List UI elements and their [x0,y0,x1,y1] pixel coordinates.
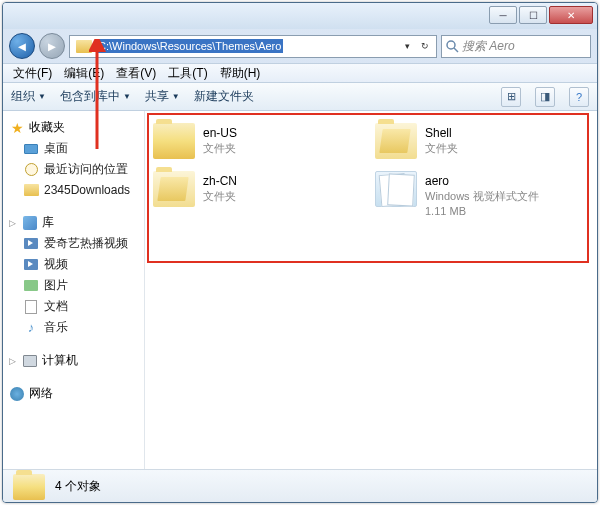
sidebar-item-music[interactable]: ♪音乐 [5,317,142,338]
folder-icon [153,123,195,159]
menu-file[interactable]: 文件(F) [9,64,56,83]
close-button[interactable]: ✕ [549,6,593,24]
folder-icon [13,474,45,500]
sidebar-item-recent[interactable]: 最近访问的位置 [5,159,142,180]
menu-edit[interactable]: 编辑(E) [60,64,108,83]
chevron-right-icon: ▷ [9,218,18,228]
computer-icon [23,355,37,367]
view-mode-button[interactable]: ⊞ [501,87,521,107]
sidebar-libraries[interactable]: ▷库 [5,212,142,233]
network-icon [10,387,24,401]
address-bar[interactable]: C:\Windows\Resources\Themes\Aero ▾ ↻ [69,35,437,58]
music-icon: ♪ [23,320,39,336]
video-icon [24,238,38,249]
sidebar-item-videos[interactable]: 视频 [5,254,142,275]
nav-bar: ◄ ► C:\Windows\Resources\Themes\Aero ▾ ↻… [3,29,597,63]
menu-help[interactable]: 帮助(H) [216,64,265,83]
body: ★收藏夹 桌面 最近访问的位置 2345Downloads ▷库 爱奇艺热播视频… [3,111,597,469]
help-button[interactable]: ? [569,87,589,107]
newfolder-button[interactable]: 新建文件夹 [194,88,254,105]
sidebar-item-desktop[interactable]: 桌面 [5,138,142,159]
sidebar-favorites[interactable]: ★收藏夹 [5,117,142,138]
library-icon [23,216,37,230]
search-icon [446,40,459,53]
star-icon: ★ [9,120,25,136]
organize-button[interactable]: 组织 ▼ [11,88,46,105]
theme-file-icon [375,171,417,207]
folder-icon [76,40,92,53]
document-icon [25,300,37,314]
sidebar-item-iqiyi[interactable]: 爱奇艺热播视频 [5,233,142,254]
refresh-button[interactable]: ↻ [416,36,434,57]
menu-bar: 文件(F) 编辑(E) 查看(V) 工具(T) 帮助(H) [3,63,597,83]
preview-pane-button[interactable]: ◨ [535,87,555,107]
chevron-right-icon: ▷ [9,356,18,366]
toolbar: 组织 ▼ 包含到库中 ▼ 共享 ▼ 新建文件夹 ⊞ ◨ ? [3,83,597,111]
folder-icon [24,184,39,196]
file-item[interactable]: zh-CN文件夹 [149,165,371,223]
navigation-pane: ★收藏夹 桌面 最近访问的位置 2345Downloads ▷库 爱奇艺热播视频… [3,111,145,469]
back-button[interactable]: ◄ [9,33,35,59]
address-text: C:\Windows\Resources\Themes\Aero [96,39,283,53]
desktop-icon [24,144,38,154]
file-item[interactable]: Shell文件夹 [371,117,593,165]
sidebar-network[interactable]: 网络 [5,383,142,404]
svg-line-1 [454,48,458,52]
menu-view[interactable]: 查看(V) [112,64,160,83]
status-text: 4 个对象 [55,478,101,495]
address-dropdown-icon[interactable]: ▾ [398,36,416,57]
search-input[interactable]: 搜索 Aero [441,35,591,58]
share-button[interactable]: 共享 ▼ [145,88,180,105]
folder-icon [153,171,195,207]
sidebar-item-pictures[interactable]: 图片 [5,275,142,296]
include-button[interactable]: 包含到库中 ▼ [60,88,131,105]
sidebar-item-documents[interactable]: 文档 [5,296,142,317]
folder-icon [375,123,417,159]
titlebar: ─ ☐ ✕ [3,3,597,29]
minimize-button[interactable]: ─ [489,6,517,24]
video-icon [24,259,38,270]
file-item[interactable]: aeroWindows 视觉样式文件1.11 MB [371,165,593,223]
clock-icon [25,163,38,176]
status-bar: 4 个对象 [3,469,597,503]
sidebar-item-downloads[interactable]: 2345Downloads [5,180,142,200]
file-item[interactable]: en-US文件夹 [149,117,371,165]
menu-tools[interactable]: 工具(T) [164,64,211,83]
content-pane[interactable]: en-US文件夹 Shell文件夹 zh-CN文件夹 aeroWindows 视… [145,111,597,469]
sidebar-computer[interactable]: ▷计算机 [5,350,142,371]
explorer-window: ─ ☐ ✕ ◄ ► C:\Windows\Resources\Themes\Ae… [2,2,598,503]
picture-icon [24,280,38,291]
svg-point-0 [447,41,455,49]
maximize-button[interactable]: ☐ [519,6,547,24]
forward-button[interactable]: ► [39,33,65,59]
